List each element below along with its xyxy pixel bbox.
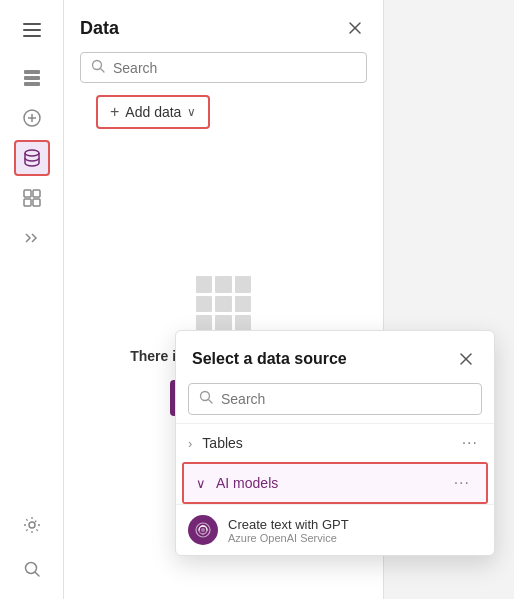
data-panel-search-input[interactable] [113, 60, 356, 76]
gpt-item-subtitle: Azure OpenAI Service [228, 532, 482, 544]
ai-models-section: ∨ AI models ··· [182, 462, 488, 504]
gpt-item-name: Create text with GPT [228, 517, 482, 532]
plus-icon: + [110, 103, 119, 121]
data-panel-title: Data [80, 18, 119, 39]
sidebar [0, 0, 64, 599]
svg-point-9 [25, 150, 39, 156]
grid-placeholder-icon [196, 276, 252, 332]
select-dialog-header: Select a data source [176, 331, 494, 383]
svg-line-20 [101, 69, 104, 72]
svg-line-24 [209, 400, 212, 403]
add-new-icon[interactable] [14, 100, 50, 136]
tables-label: Tables [202, 435, 457, 451]
settings-icon[interactable] [14, 507, 50, 543]
svg-rect-12 [24, 199, 31, 206]
svg-rect-13 [33, 199, 40, 206]
ai-models-label: AI models [216, 475, 450, 491]
gpt-icon [188, 515, 218, 545]
database-icon[interactable] [14, 140, 50, 176]
svg-rect-11 [33, 190, 40, 197]
tables-list-item[interactable]: › Tables ··· [176, 423, 494, 462]
search-icon [91, 59, 105, 76]
select-search-icon [199, 390, 213, 408]
ai-models-list-item[interactable]: ∨ AI models ··· [184, 464, 486, 502]
menu-icon[interactable] [14, 12, 50, 48]
select-dialog-title: Select a data source [192, 350, 347, 368]
data-panel-header: Data [64, 0, 383, 52]
search-nav-icon[interactable] [14, 551, 50, 587]
svg-point-19 [93, 61, 102, 70]
gpt-item-text: Create text with GPT Azure OpenAI Servic… [228, 517, 482, 544]
svg-rect-2 [23, 35, 41, 37]
ai-models-more-button[interactable]: ··· [450, 474, 474, 492]
svg-rect-0 [23, 23, 41, 25]
select-data-source-dialog: Select a data source › Tables ··· ∨ AI m… [175, 330, 495, 556]
svg-rect-10 [24, 190, 31, 197]
svg-rect-4 [24, 76, 40, 80]
layers-icon[interactable] [14, 60, 50, 96]
svg-rect-5 [24, 82, 40, 86]
svg-rect-3 [24, 70, 40, 74]
tables-more-button[interactable]: ··· [458, 434, 482, 452]
stream-icon[interactable] [14, 220, 50, 256]
add-data-button[interactable]: + Add data ∨ [96, 95, 210, 129]
svg-point-15 [25, 563, 36, 574]
create-text-with-gpt-item[interactable]: Create text with GPT Azure OpenAI Servic… [176, 504, 494, 555]
svg-line-16 [35, 573, 39, 577]
components-icon[interactable] [14, 180, 50, 216]
data-panel-close-button[interactable] [343, 16, 367, 40]
chevron-right-icon: › [188, 436, 192, 451]
select-dialog-close-button[interactable] [454, 347, 478, 371]
svg-point-14 [29, 522, 35, 528]
chevron-down-icon: ∨ [187, 105, 196, 119]
select-dialog-search-input[interactable] [221, 391, 471, 407]
select-dialog-search-box [188, 383, 482, 415]
data-panel-search-box [80, 52, 367, 83]
svg-point-26 [201, 528, 205, 532]
chevron-down-expanded-icon: ∨ [196, 476, 206, 491]
svg-point-23 [201, 392, 210, 401]
svg-rect-1 [23, 29, 41, 31]
